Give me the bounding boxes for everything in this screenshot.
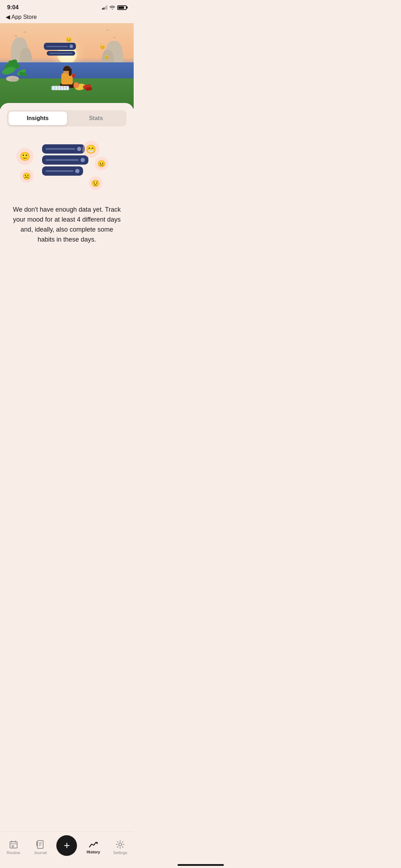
- bird-icon: 〜: [106, 29, 109, 32]
- hero-chat-bubbles: [44, 43, 76, 57]
- sandals-illustration: [86, 87, 92, 91]
- smile-emoji: 🙂: [16, 148, 34, 165]
- plant-illustration: [2, 51, 30, 83]
- status-bar: 9:04: [0, 0, 134, 13]
- app-store-back[interactable]: ◀ App Store: [0, 13, 134, 23]
- happy-emoji: 😁: [82, 141, 99, 158]
- bird-icon: 〜: [113, 36, 116, 40]
- bird-icon: 〜: [23, 30, 26, 34]
- main-card: Insights Stats 😁 😐 🙂: [0, 103, 134, 303]
- worried-emoji: 😟: [89, 176, 102, 190]
- segment-control: Insights Stats: [7, 110, 127, 126]
- svg-point-6: [10, 77, 19, 82]
- insights-illustration: 😁 😐 🙂 ☹️ 😟: [6, 137, 128, 194]
- insights-tab[interactable]: Insights: [9, 112, 67, 125]
- signal-icon: [102, 5, 107, 10]
- hero-emoji: 😊: [104, 55, 109, 59]
- insights-message: We don't have enough data yet. Track you…: [6, 205, 128, 245]
- hero-illustration: 〜 〜 〜 〜 😊 😊 😊 😊: [0, 23, 134, 109]
- person-illustration: [60, 72, 74, 88]
- app-store-label: App Store: [11, 14, 37, 20]
- hero-emoji: 😊: [100, 45, 105, 50]
- hero-emoji: 😊: [66, 37, 72, 42]
- wifi-icon: [109, 5, 115, 10]
- status-icons: [102, 5, 127, 10]
- battery-icon: [117, 5, 127, 10]
- back-chevron-icon: ◀: [6, 14, 10, 20]
- neutral-emoji: 😐: [95, 157, 108, 170]
- status-time: 9:04: [7, 4, 19, 11]
- sad-emoji: ☹️: [20, 169, 34, 183]
- stats-tab[interactable]: Stats: [67, 112, 125, 125]
